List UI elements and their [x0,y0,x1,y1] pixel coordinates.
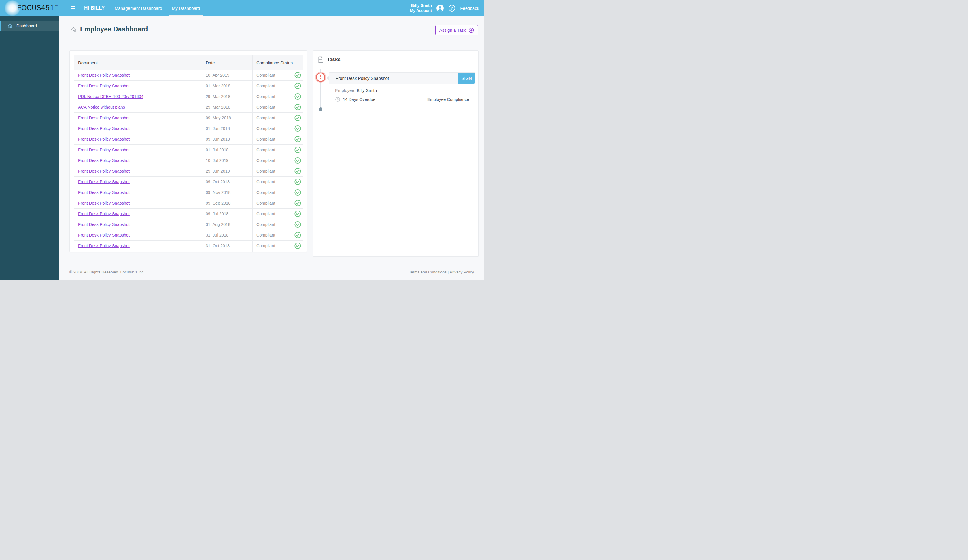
table-header-row: Document Date Compliance Status [75,55,303,70]
sidebar-item-dashboard[interactable]: Dashboard [0,21,59,31]
table-row: Front Desk Policy Snapshot01, Jul 2018Co… [75,144,303,155]
table-row: Front Desk Policy Snapshot09, May 2018Co… [75,113,303,123]
compliance-status-cell: Compliant [253,251,303,252]
greeting-text: HI BILLY [84,5,105,11]
help-icon[interactable]: ? [448,5,456,12]
date-cell: 09, Nov 2018 [202,187,253,198]
check-circle-icon [294,147,301,153]
document-cell: Front Desk Policy Snapshot [75,219,202,230]
compliance-status-cell: Compliant [253,70,303,81]
home-icon [8,23,13,28]
compliance-status-cell: Compliant [253,123,303,134]
tasks-header: Tasks [313,51,478,69]
document-link[interactable]: Front Desk Policy Snapshot [78,147,130,152]
check-circle-icon [294,179,301,185]
document-cell: Front Desk Policy Snapshot [75,113,202,123]
sidebar-item-label: Dashboard [17,24,37,28]
sidebar: Dashboard [0,16,59,280]
table-row: Front Desk Policy Snapshot01, Jun 2018Co… [75,123,303,134]
column-header-document: Document [75,55,202,70]
date-cell: 29, Jun 2019 [202,166,253,177]
table-row: Front Desk Policy Snapshot31, Aug 2018Co… [75,219,303,230]
table-row: Front Desk Policy Snapshot10, Jul 2019Co… [75,155,303,166]
document-link[interactable]: Front Desk Policy Snapshot [78,169,130,174]
document-cell: Front Desk Policy Snapshot [75,198,202,209]
sign-button[interactable]: SIGN [458,73,475,84]
terms-link[interactable]: Terms and Conditions [409,270,446,274]
status-text: Compliant [257,169,275,174]
check-circle-icon [294,72,301,79]
document-link[interactable]: Front Desk Policy Snapshot [78,84,130,88]
clock-icon [335,97,340,102]
focus451-logo[interactable]: FOCUS451TM [0,0,59,16]
overdue-text: 14 Days Overdue [343,97,375,102]
document-link[interactable]: Front Desk Policy Snapshot [78,201,130,205]
document-link[interactable]: Front Desk Policy Snapshot [78,222,130,227]
avatar-icon[interactable] [436,4,444,12]
task-category: Employee Compliance [427,97,469,102]
document-cell: Front Desk Policy Snapshot [75,81,202,91]
date-cell: 09, Sep 2018 [202,198,253,209]
document-link[interactable]: Front Desk Policy Snapshot [78,126,130,131]
document-link[interactable]: Front Desk Policy Snapshot [78,158,130,163]
document-link[interactable]: Front Desk Policy Snapshot [78,116,130,120]
document-link[interactable]: Front Desk Policy Snapshot [78,179,130,184]
assign-task-button[interactable]: Assign a Task [435,25,478,35]
check-circle-icon [294,136,301,142]
status-text: Compliant [257,211,275,216]
table-row: Front Desk Policy Snapshot31, Oct 2018Co… [75,240,303,251]
tasks-title: Tasks [327,57,340,63]
privacy-link[interactable]: Privacy Policy [450,270,474,274]
date-cell: 29, Mar 2018 [202,102,253,113]
date-cell: 09, May 2018 [202,113,253,123]
compliance-status-cell: Compliant [253,134,303,144]
document-cell: Front Desk Policy Snapshot [75,209,202,219]
table-row: Front Desk Policy Snapshot31, Jul 2018Co… [75,230,303,240]
top-header: FOCUS451TM HI BILLY Management Dashboard… [0,0,484,16]
task-item-header: Front Desk Policy Snapshot SIGN [329,73,475,84]
document-link[interactable]: Front Desk Policy Snapshot [78,233,130,237]
check-circle-icon [294,114,301,121]
document-link[interactable]: PDL Notice DFEH-100-20rv201604 [78,94,144,99]
page-title: Employee Dashboard [80,25,148,33]
check-circle-icon [294,221,301,228]
document-link[interactable]: Front Desk Policy Snapshot [78,73,130,78]
status-text: Compliant [257,233,275,237]
home-icon [71,27,77,33]
status-text: Compliant [257,190,275,195]
task-meta-row: 14 Days Overdue Employee Compliance [335,97,469,102]
table-row: Front Desk Policy Snapshot10, Apr 2019Co… [75,70,303,81]
document-link[interactable]: ACA Notice without plans [78,105,125,109]
date-cell: 10, Apr 2019 [202,70,253,81]
document-cell: Front Desk Policy Snapshot [75,144,202,155]
tasks-timeline: ! Front Desk Policy Snapshot SIGN Employ… [313,69,478,257]
document-link[interactable]: Front Desk Policy Snapshot [78,244,130,248]
date-cell: 09, Aug 2018 [202,251,253,252]
footer-links-separator: | [448,270,449,274]
nav-management-dashboard[interactable]: Management Dashboard [114,0,162,16]
check-circle-icon [294,125,301,132]
compliance-status-cell: Compliant [253,166,303,177]
tasks-card: Tasks ! Front Desk Policy Snapshot SIGN … [313,50,479,257]
menu-icon[interactable] [71,5,76,12]
table-row: Front Desk Policy Snapshot09, Jul 2018Co… [75,209,303,219]
document-cell: Front Desk Policy Snapshot [75,123,202,134]
date-cell: 09, Oct 2018 [202,177,253,187]
document-cell: ACA Notice without plans [75,102,202,113]
compliance-status-cell: Compliant [253,102,303,113]
compliance-status-cell: Compliant [253,209,303,219]
document-link[interactable]: Front Desk Policy Snapshot [78,211,130,216]
document-link[interactable]: Front Desk Policy Snapshot [78,137,130,141]
my-account-link[interactable]: My Account [410,8,432,13]
table-row: Front Desk Policy Snapshot29, Jun 2019Co… [75,166,303,177]
feedback-link[interactable]: Feedback [460,6,479,11]
svg-text:?: ? [451,6,453,10]
date-cell: 09, Jun 2018 [202,134,253,144]
table-row: PDL Notice DFEH-100-20rv20160429, Mar 20… [75,91,303,102]
document-cell: Front Desk Policy Snapshot [75,251,202,252]
task-caret [327,76,329,80]
date-cell: 29, Mar 2018 [202,91,253,102]
document-link[interactable]: Front Desk Policy Snapshot [78,190,130,195]
document-cell: Front Desk Policy Snapshot [75,166,202,177]
nav-my-dashboard[interactable]: My Dashboard [172,0,200,16]
